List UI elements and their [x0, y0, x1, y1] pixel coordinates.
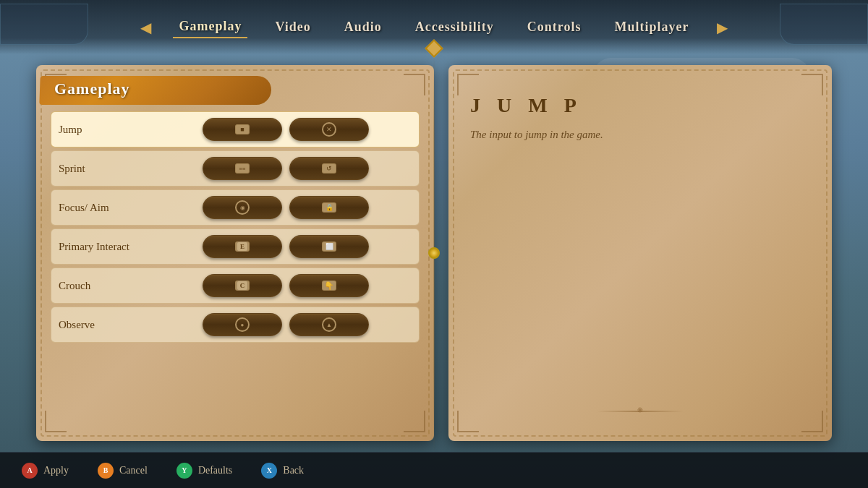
action-back[interactable]: X Back	[261, 463, 304, 479]
center-divider	[433, 54, 435, 452]
binding-btn-jump-2[interactable]: ✕	[289, 118, 369, 141]
desc-corner-br	[801, 411, 823, 432]
center-gem	[428, 247, 440, 259]
action-defaults[interactable]: Y Defaults	[176, 463, 232, 479]
desc-corner-tr	[801, 74, 823, 95]
binding-btn-sprint-2[interactable]: ↺	[289, 157, 369, 180]
control-label-jump: Jump	[59, 124, 160, 136]
cancel-label: Cancel	[119, 465, 148, 476]
control-row-observe[interactable]: Observe ● ▲	[51, 307, 420, 343]
panel-divider-ornament: ⁕	[636, 404, 644, 416]
binding-icon-crouch-2: 👇	[322, 281, 336, 291]
section-title: Gameplay	[47, 77, 137, 100]
nav-item-gameplay[interactable]: Gameplay	[173, 16, 247, 38]
control-label-interact: Primary Interact	[59, 241, 160, 253]
control-row-sprint[interactable]: Sprint ≡≡ ↺	[51, 150, 420, 187]
apply-icon: A	[22, 463, 38, 479]
control-row-interact[interactable]: Primary Interact E ⬜	[51, 228, 420, 265]
defaults-label: Defaults	[198, 465, 232, 476]
control-bindings-interact: E ⬜	[160, 235, 412, 258]
binding-btn-jump-1[interactable]: ■	[203, 118, 282, 141]
control-bindings-observe: ● ▲	[160, 313, 412, 336]
action-apply[interactable]: A Apply	[22, 463, 69, 479]
back-icon: X	[261, 463, 277, 479]
nav-item-video[interactable]: Video	[269, 17, 316, 38]
nav-item-accessibility[interactable]: Accessibility	[409, 17, 500, 38]
binding-icon-focus-2: 🔒	[322, 202, 336, 213]
nav-right-arrow[interactable]: ▶	[717, 19, 728, 36]
control-label-crouch: Crouch	[59, 280, 160, 292]
control-label-sprint: Sprint	[59, 163, 160, 175]
bottom-bar: A Apply B Cancel Y Defaults X Back	[0, 452, 868, 488]
back-label: Back	[283, 465, 304, 476]
control-bindings-sprint: ≡≡ ↺	[160, 157, 412, 180]
binding-btn-observe-1[interactable]: ●	[203, 313, 282, 336]
binding-icon-sprint-2: ↺	[322, 163, 336, 174]
binding-btn-crouch-2[interactable]: 👇	[289, 274, 369, 297]
binding-icon-interact-1: E	[235, 241, 250, 252]
binding-btn-observe-2[interactable]: ▲	[289, 313, 369, 336]
desc-corner-bl	[457, 411, 479, 432]
control-label-observe: Observe	[59, 319, 160, 331]
defaults-icon: Y	[176, 463, 192, 479]
nav-item-multiplayer[interactable]: Multiplayer	[609, 17, 695, 38]
section-header: Gameplay	[47, 80, 420, 98]
binding-icon-jump-2: ✕	[322, 122, 336, 137]
description-title: J U M P	[470, 94, 810, 117]
nav-menu: ◀ Gameplay Video Audio Accessibility Con…	[140, 16, 727, 38]
binding-btn-interact-1[interactable]: E	[203, 235, 282, 258]
description-text: The input to jump in the game.	[470, 126, 810, 143]
binding-icon-sprint-1: ≡≡	[235, 163, 250, 174]
desc-corner-tl	[457, 74, 479, 95]
binding-btn-focus-1[interactable]: ◉	[203, 196, 282, 219]
binding-btn-sprint-1[interactable]: ≡≡	[203, 157, 282, 180]
nav-left-arrow[interactable]: ◀	[140, 19, 151, 36]
controls-list: Jump ■ ✕ Sprint	[51, 111, 420, 343]
control-row-crouch[interactable]: Crouch C 👇	[51, 267, 420, 304]
controls-panel: Gameplay Jump ■ ✕	[36, 65, 434, 441]
control-bindings-jump: ■ ✕	[160, 118, 412, 141]
binding-icon-jump-1: ■	[235, 124, 250, 134]
binding-icon-observe-1: ●	[235, 317, 250, 332]
binding-btn-focus-2[interactable]: 🔒	[289, 196, 369, 219]
nav-item-audio[interactable]: Audio	[339, 17, 388, 38]
action-cancel[interactable]: B Cancel	[98, 463, 148, 479]
control-bindings-crouch: C 👇	[160, 274, 412, 297]
control-label-focus: Focus/ Aim	[59, 202, 160, 214]
binding-btn-interact-2[interactable]: ⬜	[289, 235, 369, 258]
binding-icon-interact-2: ⬜	[322, 241, 336, 252]
control-row-focus[interactable]: Focus/ Aim ◉ 🔒	[51, 189, 420, 226]
binding-icon-observe-2: ▲	[322, 317, 336, 332]
corner-br	[404, 411, 425, 432]
corner-bl	[45, 411, 67, 432]
description-panel: J U M P The input to jump in the game. ⁕	[448, 65, 832, 441]
binding-icon-crouch-1: C	[235, 281, 250, 291]
nav-item-controls[interactable]: Controls	[522, 17, 587, 38]
binding-btn-crouch-1[interactable]: C	[203, 274, 282, 297]
nav-bar: ◀ Gameplay Video Audio Accessibility Con…	[0, 0, 868, 54]
cancel-icon: B	[98, 463, 114, 479]
apply-label: Apply	[43, 465, 69, 476]
binding-icon-focus-1: ◉	[235, 200, 250, 215]
control-bindings-focus: ◉ 🔒	[160, 196, 412, 219]
control-row-jump[interactable]: Jump ■ ✕	[51, 111, 420, 147]
